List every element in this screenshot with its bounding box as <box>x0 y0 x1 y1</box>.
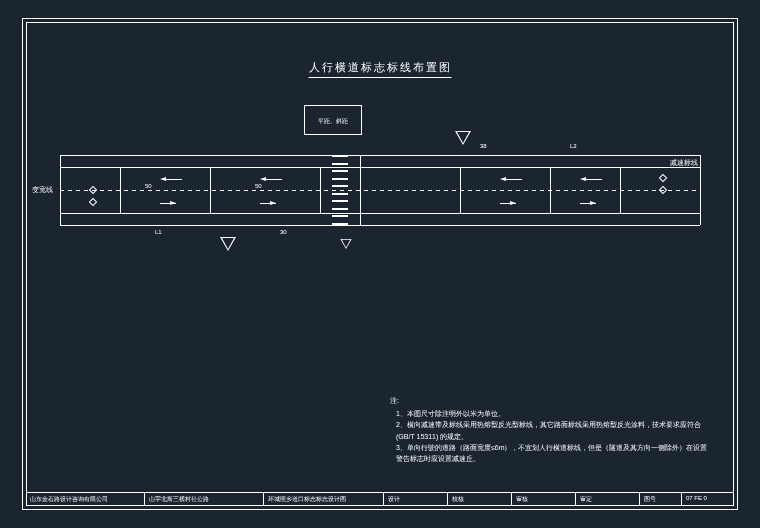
note-item: 3、单向行驶的道路（路面宽度≤6m），不宜划人行横道标线，但是（隧道及其方向一侧… <box>396 442 710 464</box>
dim-label: L2 <box>570 143 577 149</box>
lane-arrow-icon <box>590 201 596 205</box>
lane-arrow-icon <box>160 177 166 181</box>
right-side-label: 减速标线 <box>670 158 698 168</box>
yield-sign-icon <box>455 131 471 145</box>
lane-arrow-icon <box>170 201 176 205</box>
lane-arrow-icon <box>580 177 586 181</box>
dim-label: 30 <box>280 229 287 235</box>
tb-sheet: 07 FE 0 <box>682 493 734 506</box>
dim-label: 50 <box>255 183 262 189</box>
left-side-label: 变宽线 <box>32 185 53 195</box>
tb-drawing: 环城照乡道口标志标志设计图 <box>264 493 383 506</box>
dim-label: 38 <box>480 143 487 149</box>
crosswalk-marking <box>332 155 348 225</box>
tb-project: 山宇北斯三横村社公路 <box>145 493 264 506</box>
tb-check: 校核 <box>448 493 512 506</box>
lane-arrow-icon <box>510 201 516 205</box>
diamond-marking-icon <box>89 198 97 206</box>
notes-heading: 注: <box>390 395 710 406</box>
lane-arrow-icon <box>270 201 276 205</box>
diamond-marking-icon <box>89 186 97 194</box>
tb-design: 设计 <box>384 493 448 506</box>
diamond-marking-icon <box>659 186 667 194</box>
yield-sign-icon <box>220 237 236 251</box>
road-diagram: 38 L2 L1 30 50 50 <box>60 155 700 225</box>
tb-company: 山东金石路设计咨询有限公司 <box>26 493 145 506</box>
notes-block: 注: 1、本图尺寸除注明外以米为单位。 2、横向减速带及标线采用热熔型反光型标线… <box>390 395 710 464</box>
note-item: 2、横向减速带及标线采用热熔型反光型标线，其它路面标线采用热熔型反光涂料，技术要… <box>396 419 710 441</box>
lane-arrow-icon <box>500 177 506 181</box>
lane-arrow-icon <box>260 177 266 181</box>
drawing-title: 人行横道标志标线布置图 <box>309 60 452 78</box>
tb-approve: 审定 <box>576 493 640 506</box>
tb-sheet-label: 图号 <box>640 493 682 506</box>
pedestrian-distance-box: 平距、斜距 <box>304 105 362 135</box>
yield-sign-icon <box>340 239 351 249</box>
tb-review: 审核 <box>512 493 576 506</box>
note-item: 1、本图尺寸除注明外以米为单位。 <box>396 408 710 419</box>
diamond-marking-icon <box>659 174 667 182</box>
title-block: 山东金石路设计咨询有限公司 山宇北斯三横村社公路 环城照乡道口标志标志设计图 设… <box>26 492 734 506</box>
dim-label: 50 <box>145 183 152 189</box>
dim-label: L1 <box>155 229 162 235</box>
